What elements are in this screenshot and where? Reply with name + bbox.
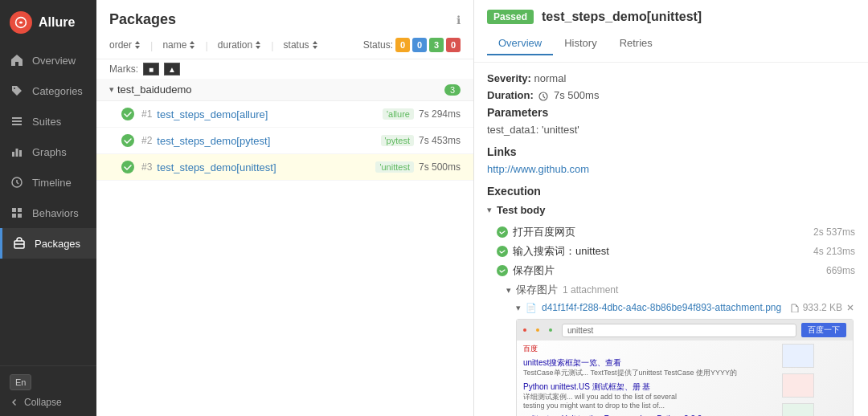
item-num-1: #1 xyxy=(141,108,152,120)
detail-tabs: Overview History Retries xyxy=(487,32,855,55)
col-order[interactable]: order xyxy=(109,39,141,51)
attachment-file-row: ▾ 📄 d41f1f4f-f288-4dbc-a4ac-8b86be94f893… xyxy=(487,300,855,316)
package-item-2[interactable]: #2 test_steps_demo[pytest] 'pytest 7s 45… xyxy=(96,128,473,154)
packages-header: Packages ℹ xyxy=(96,0,473,35)
step-pass-icon-3 xyxy=(497,265,508,276)
home-icon xyxy=(10,53,24,67)
list-icon xyxy=(10,114,24,128)
file-size: 933.2 KB xyxy=(790,302,855,313)
package-group-header[interactable]: ▾ test_baidudemo 3 xyxy=(96,79,473,101)
item-tag-1: 'allure xyxy=(383,108,414,120)
col-status[interactable]: status xyxy=(284,39,318,51)
package-group: ▾ test_baidudemo 3 #1 test_steps_demo[al… xyxy=(96,79,473,181)
test-body-header[interactable]: ▾ Test body xyxy=(487,204,855,216)
svg-rect-4 xyxy=(12,152,14,157)
sidebar-item-label: Overview xyxy=(32,55,76,67)
sidebar-item-label: Timeline xyxy=(32,177,72,189)
svg-point-15 xyxy=(121,161,134,173)
detail-title: test_steps_demo[unittest] xyxy=(542,10,702,24)
sidebar-item-categories[interactable]: Categories xyxy=(0,75,96,106)
sidebar-item-overview[interactable]: Overview xyxy=(0,45,96,75)
package-list: ▾ test_baidudemo 3 #1 test_steps_demo[al… xyxy=(96,79,473,416)
sidebar-item-label: Suites xyxy=(32,116,61,128)
step-pass-icon-2 xyxy=(497,246,508,257)
tab-history[interactable]: History xyxy=(553,32,608,55)
duration-row: Duration: 7s 500ms xyxy=(487,89,855,101)
sidebar-nav: Overview Categories Suites Graphs Timeli… xyxy=(0,45,96,365)
svg-rect-10 xyxy=(12,214,16,218)
duration-label: Duration: xyxy=(487,89,534,101)
severity-row: Severity: normal xyxy=(487,72,855,84)
badge-blue: 0 xyxy=(412,38,427,52)
step-duration-2: 4s 213ms xyxy=(813,246,855,257)
step-name-2: 输入搜索词：unittest xyxy=(513,244,813,259)
attachment-toggle-icon: ▾ xyxy=(506,285,511,296)
step-duration-1: 2s 537ms xyxy=(813,226,855,238)
package-icon xyxy=(12,236,27,251)
step-2: 输入搜索词：unittest 4s 213ms xyxy=(487,242,855,261)
pass-icon-3 xyxy=(121,160,135,174)
fake-search-btn: 百度一下 xyxy=(801,323,846,337)
svg-rect-8 xyxy=(12,208,16,212)
item-name-3: test_steps_demo[unittest] xyxy=(157,161,375,173)
col-name[interactable]: name xyxy=(162,39,195,51)
mark-square-icon: ■ xyxy=(143,63,159,75)
pass-icon-2 xyxy=(121,133,135,148)
svg-rect-1 xyxy=(12,117,22,119)
step-3: 保存图片 669ms xyxy=(487,261,855,280)
attachment-image-preview: unittest 百度一下 百度 unittest搜索框架一览、查看 TestC xyxy=(516,319,854,416)
col-duration[interactable]: duration xyxy=(218,39,261,51)
tab-overview[interactable]: Overview xyxy=(487,32,553,55)
item-name-2: test_steps_demo[pytest] xyxy=(157,135,380,147)
execution-section: Execution ▾ Test body 打开百度网页 2s 537ms xyxy=(487,185,855,416)
collapse-button[interactable]: Collapse xyxy=(10,397,87,408)
close-icon[interactable] xyxy=(845,303,855,312)
fake-url: unittest xyxy=(562,324,796,337)
test-body-label: Test body xyxy=(497,204,545,216)
step-pass-icon-1 xyxy=(497,226,508,238)
svg-point-17 xyxy=(523,328,526,332)
main-content: Packages ℹ order | name | duration | sta… xyxy=(96,0,868,416)
file-name[interactable]: d41f1f4f-f288-4dbc-a4ac-8b86be94f893-att… xyxy=(542,302,785,313)
sidebar-item-packages[interactable]: Packages xyxy=(0,228,96,259)
sidebar-item-graphs[interactable]: Graphs xyxy=(0,137,96,167)
item-tag-2: 'pytest xyxy=(381,135,414,146)
param-key: test_data1 xyxy=(487,124,536,136)
grid-icon xyxy=(10,206,24,220)
sidebar-item-timeline[interactable]: Timeline xyxy=(0,167,96,198)
svg-rect-11 xyxy=(18,214,22,218)
attachment-row[interactable]: ▾ 保存图片 1 attachment xyxy=(487,280,855,300)
package-item-3[interactable]: #3 test_steps_demo[unittest] 'unittest 7… xyxy=(96,154,473,181)
sidebar-item-label: Packages xyxy=(35,238,80,250)
svg-point-14 xyxy=(121,134,134,147)
item-num-2: #2 xyxy=(141,135,152,146)
svg-point-13 xyxy=(121,108,134,120)
badge-green: 3 xyxy=(429,38,444,52)
clock-icon xyxy=(10,175,24,190)
group-toggle-icon: ▾ xyxy=(109,84,114,95)
sidebar-footer: En Collapse xyxy=(0,365,96,416)
step-duration-3: 669ms xyxy=(826,265,855,276)
allure-logo-icon xyxy=(10,11,32,34)
detail-title-row: Passed test_steps_demo[unittest] xyxy=(487,10,855,24)
badge-red: 0 xyxy=(446,38,461,52)
language-selector[interactable]: En xyxy=(10,374,31,390)
file-doc-icon: 📄 xyxy=(526,303,537,313)
tag-icon xyxy=(10,84,24,98)
clock-small-icon xyxy=(538,92,548,101)
group-name: test_baidudemo xyxy=(117,84,192,96)
app-title: Allure xyxy=(39,15,75,30)
file-size-icon xyxy=(790,303,800,312)
detail-body: Severity: normal Duration: 7s 500ms Para… xyxy=(474,63,868,416)
item-duration-2: 7s 453ms xyxy=(419,135,461,146)
sidebar-item-suites[interactable]: Suites xyxy=(0,106,96,137)
duration-value: 7s 500ms xyxy=(554,89,599,101)
package-item-1[interactable]: #1 test_steps_demo[allure] 'allure 7s 29… xyxy=(96,101,473,128)
sidebar-item-label: Categories xyxy=(32,85,83,97)
sidebar-logo: Allure xyxy=(0,0,96,45)
link-item[interactable]: http://www.github.com xyxy=(487,163,589,175)
param-item: test_data1: 'unittest' xyxy=(487,124,855,136)
sidebar-item-behaviors[interactable]: Behaviors xyxy=(0,198,96,228)
tab-retries[interactable]: Retries xyxy=(608,32,664,55)
item-tag-3: 'unittest xyxy=(375,161,414,173)
